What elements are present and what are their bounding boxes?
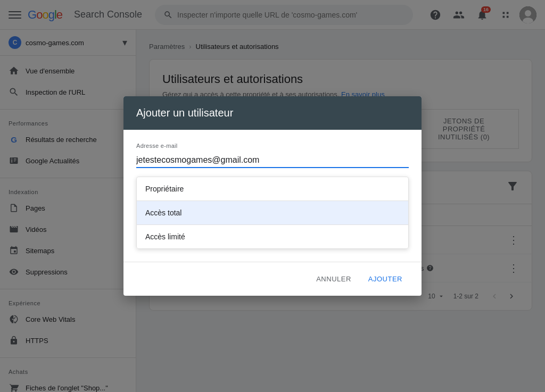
cancel-button[interactable]: ANNULER [310,271,358,287]
add-button[interactable]: AJOUTER [362,271,409,287]
dropdown-option-proprietaire[interactable]: Propriétaire [137,177,408,201]
dropdown-option-acces-limite[interactable]: Accès limité [137,225,408,248]
permission-dropdown: Propriétaire Accès total Accès limité [136,177,409,249]
email-label: Adresse e-mail [136,143,409,149]
dialog-overlay[interactable]: Ajouter un utilisateur Adresse e-mail Pr… [0,0,545,392]
dialog-body: Adresse e-mail Propriétaire Accès total … [123,130,422,262]
dropdown-option-acces-total[interactable]: Accès total [137,201,408,224]
add-user-dialog: Ajouter un utilisateur Adresse e-mail Pr… [123,96,422,296]
email-input[interactable] [136,153,409,168]
dialog-header: Ajouter un utilisateur [123,96,422,130]
dialog-footer: ANNULER AJOUTER [123,262,422,296]
dialog-title: Ajouter un utilisateur [136,107,409,119]
